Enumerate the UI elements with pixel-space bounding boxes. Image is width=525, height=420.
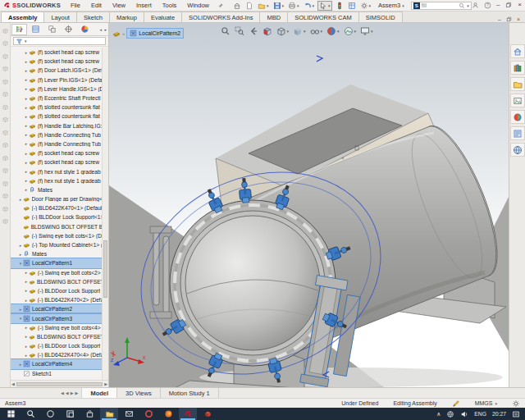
rebuild-button[interactable] xyxy=(335,2,345,10)
docked-tool-icon[interactable] xyxy=(2,179,9,187)
docked-tool-icon[interactable] xyxy=(2,116,9,124)
door-handle-bar[interactable] xyxy=(163,236,169,315)
doc-minimize-button[interactable]: – xyxy=(498,16,501,22)
model-scene[interactable]: X Z xyxy=(109,23,509,387)
tree-item[interactable]: ▸BLDSWING BOLT OFFSET E xyxy=(11,277,108,286)
tree-item[interactable]: ▸(-) BLDDoor Lock Support xyxy=(11,286,108,295)
tree-item[interactable]: ▸(f) Lever Pin.IGS<1> (Defa xyxy=(11,75,108,84)
docked-tool-icon[interactable] xyxy=(2,77,9,85)
edrawings-taskbar-icon[interactable] xyxy=(199,408,217,420)
tree-item[interactable]: ▸(f) socket head cap screw_ xyxy=(11,158,108,167)
cortana-taskbar-icon[interactable] xyxy=(41,408,59,420)
menu-window[interactable]: Window xyxy=(182,1,214,10)
task-view-taskbar-icon[interactable] xyxy=(61,408,79,420)
options-caret[interactable]: ▾ xyxy=(369,3,372,8)
menu-insert[interactable]: Insert xyxy=(131,1,157,10)
opera-taskbar-icon[interactable] xyxy=(139,408,158,420)
tree-item[interactable]: ▸Mates xyxy=(11,185,108,194)
configuration-manager-tab[interactable] xyxy=(44,24,60,35)
docked-tool-icon[interactable] xyxy=(2,217,9,226)
tab-evaluate[interactable]: Evaluate xyxy=(144,11,182,22)
tree-item[interactable]: ▸(f) Handle Connecting Tub xyxy=(11,139,108,148)
options-button[interactable]: ▾ xyxy=(359,2,372,10)
tab-markup[interactable]: Markup xyxy=(109,11,144,22)
tree-item[interactable]: ▸(-) BLD6422K470<4> (Defa xyxy=(11,350,108,359)
display-style-button[interactable]: ▾ xyxy=(292,25,307,37)
tree-item[interactable]: ▸(f) hex nut style 1 gradeab xyxy=(11,167,108,176)
tab-simsolid[interactable]: SIMSOLID xyxy=(358,11,403,22)
docked-tool-icon[interactable] xyxy=(2,103,9,111)
custom-properties-tab[interactable] xyxy=(510,126,525,140)
tree-item[interactable]: ▸(f) socket head cap screw_ xyxy=(11,148,108,158)
title-caret[interactable]: ▾ xyxy=(402,3,404,8)
search-caret[interactable]: ▾ xyxy=(467,3,469,8)
tree-item[interactable]: ▸(f) hex nut style 1 gradeab xyxy=(11,176,108,185)
tree-item[interactable]: ▸(f) slotted countersunk flat xyxy=(11,103,108,112)
save-button[interactable]: ▾ xyxy=(272,2,285,10)
appearances-scenes-tab[interactable] xyxy=(510,110,525,124)
design-tree-tab[interactable] xyxy=(11,24,27,35)
tree-item[interactable]: ▸Door Flange as per Drawing<1 xyxy=(11,194,108,203)
minimize-button[interactable]: – xyxy=(496,2,500,8)
close-button[interactable]: × xyxy=(518,2,522,8)
docked-tool-icon[interactable] xyxy=(2,26,9,34)
apply-scene-caret[interactable]: ▾ xyxy=(354,29,356,34)
doc-tab-model[interactable]: Model xyxy=(82,388,117,398)
docked-tool-icon[interactable] xyxy=(2,52,9,60)
display-manager-tab[interactable] xyxy=(77,24,93,35)
tree-vertical-scrollbar[interactable] xyxy=(102,48,108,380)
docked-tool-icon[interactable] xyxy=(2,167,9,175)
view-settings-button[interactable]: ▾ xyxy=(359,25,374,37)
hide-show-items-caret[interactable]: ▾ xyxy=(320,29,322,34)
view-settings-caret[interactable]: ▾ xyxy=(371,29,373,34)
undo-button[interactable]: ▾ xyxy=(303,2,316,10)
tree-item[interactable]: ▸(f) slotted countersunk flat xyxy=(11,112,108,121)
tree-item[interactable]: BLDSWING BOLT OFFSET BRAC xyxy=(11,222,108,231)
start-taskbar-icon[interactable] xyxy=(2,408,20,420)
docked-tool-icon[interactable] xyxy=(2,153,9,162)
menu-tools[interactable]: Tools xyxy=(158,1,182,10)
apply-scene-button[interactable]: ▾ xyxy=(342,25,357,37)
tree-item[interactable]: ▸(f) socket head cap screw_ xyxy=(11,57,108,66)
tab-layout[interactable]: Layout xyxy=(43,11,77,22)
restore-button[interactable] xyxy=(505,2,512,8)
scroll-thumb[interactable] xyxy=(103,240,107,298)
tree-item[interactable]: ▸(f) Eccentric Shaft Protecti xyxy=(11,94,108,103)
volume-icon[interactable] xyxy=(460,410,468,418)
print-button[interactable]: ▾ xyxy=(287,2,300,10)
tab-nav-arrows[interactable]: ◀◀▶▶ xyxy=(57,388,82,398)
graphics-viewport[interactable]: » LocalCirPattern2 ▾▾▾▾▾▾ xyxy=(109,23,509,387)
edit-appearance-caret[interactable]: ▾ xyxy=(337,29,340,34)
print-caret[interactable]: ▾ xyxy=(297,3,299,8)
scroll-left-arrow[interactable]: ◀ xyxy=(11,381,15,386)
firefox-taskbar-icon[interactable] xyxy=(159,408,177,420)
menu-edit[interactable]: Edit xyxy=(86,1,107,10)
doc-restore-button[interactable] xyxy=(506,16,512,22)
status-options-icon[interactable] xyxy=(512,399,520,408)
open-caret[interactable]: ▾ xyxy=(267,3,269,8)
scroll-right-arrow[interactable]: ▶ xyxy=(104,381,107,386)
tree-item[interactable]: ▾LocalCirPattern3 xyxy=(11,313,108,322)
pin-icon[interactable] xyxy=(217,2,224,9)
solidworks-resources-tab[interactable] xyxy=(510,44,525,58)
edit-appearance-button[interactable]: ▾ xyxy=(326,25,340,37)
previous-view-button[interactable] xyxy=(247,25,258,37)
docked-tool-icon[interactable] xyxy=(2,65,9,73)
tree-item[interactable]: ▸(f) Lever Handle.IGS<1> (D xyxy=(11,84,108,94)
doc-tab-motion-study-1[interactable]: Motion Study 1 xyxy=(161,388,219,398)
doc-close-button[interactable]: × xyxy=(517,16,520,22)
tree-item[interactable]: ▸(-) BLDDoor Lock Support xyxy=(11,341,108,350)
view-orientation-caret[interactable]: ▾ xyxy=(286,29,289,34)
search-input[interactable]: fill xyxy=(422,2,458,8)
tree-item[interactable]: ▸LocalCirPattern4 xyxy=(11,359,108,368)
action-center-icon[interactable] xyxy=(512,410,520,418)
tab-solidworks-add-ins[interactable]: SOLIDWORKS Add-Ins xyxy=(181,11,260,22)
view-orientation-button[interactable]: ▾ xyxy=(275,25,290,37)
scroll-thumb[interactable] xyxy=(16,382,103,386)
mass-properties-button[interactable] xyxy=(347,2,357,10)
tree-item[interactable]: ▸Mates xyxy=(11,249,108,258)
tree-item[interactable]: (-) BLD6422K470<1> (Default) xyxy=(11,203,108,212)
community-icon[interactable] xyxy=(472,2,479,10)
select-caret[interactable]: ▾ xyxy=(328,3,331,8)
search-icon[interactable] xyxy=(459,2,465,9)
